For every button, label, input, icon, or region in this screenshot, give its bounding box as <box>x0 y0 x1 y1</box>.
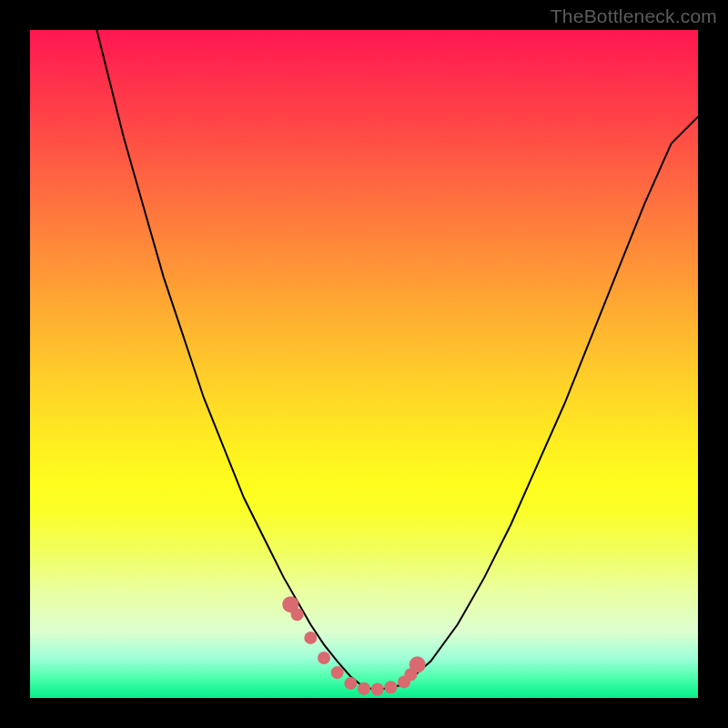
chart-frame: TheBottleneck.com <box>0 0 728 728</box>
highlight-dot <box>304 632 317 644</box>
watermark-text: TheBottleneck.com <box>551 5 717 27</box>
highlight-dot <box>318 652 330 664</box>
highlight-dot <box>410 656 426 672</box>
bottleneck-curve <box>96 30 698 690</box>
highlight-dot <box>371 683 384 696</box>
plot-area <box>30 30 698 698</box>
chart-svg <box>30 30 698 698</box>
highlight-dot <box>358 682 370 695</box>
highlight-dot <box>384 681 397 693</box>
highlight-dot <box>291 608 304 621</box>
highlight-dot <box>331 666 344 679</box>
highlight-dot <box>344 677 357 690</box>
